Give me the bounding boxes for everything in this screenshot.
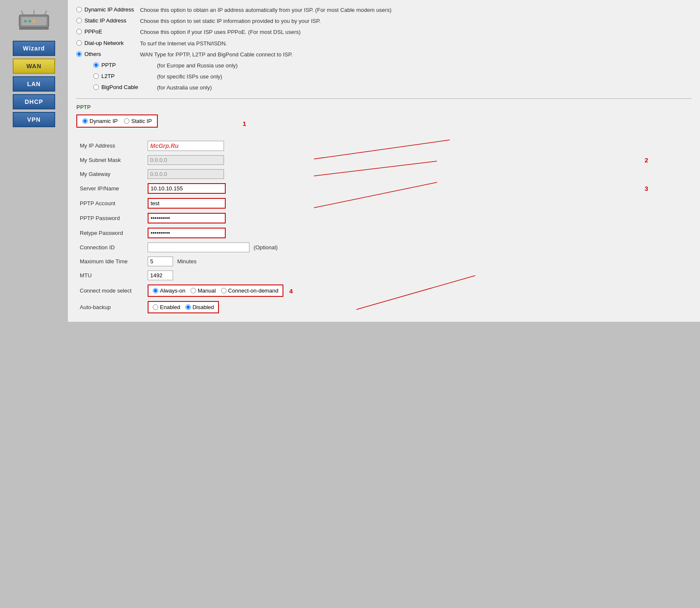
annotation-2: 2 (636, 153, 692, 167)
radio-static-ip[interactable] (76, 18, 82, 23)
label-backup-enabled: Enabled (160, 304, 180, 310)
svg-rect-8 (19, 28, 49, 30)
label-mtu: MTU (76, 268, 144, 282)
label-auto-backup: Auto-backup (76, 299, 144, 315)
label-static-ip: Static IP Address (84, 17, 126, 24)
input-my-ip[interactable] (148, 141, 224, 151)
radio-manual[interactable] (190, 288, 196, 293)
radio-others[interactable] (76, 51, 82, 57)
input-pptp-password[interactable] (148, 214, 225, 223)
static-ip-label: Static IP (131, 118, 151, 124)
label-connect-mode: Connect mode select (76, 282, 144, 299)
retype-password-box (148, 228, 226, 238)
main-content: Dynamic IP Address Choose this option to… (68, 0, 700, 608)
svg-point-2 (24, 20, 27, 22)
label-my-ip: My IP Address (76, 139, 144, 153)
input-pptp-account[interactable] (148, 199, 225, 208)
form-table: My IP Address My Subnet Mask 2 (76, 139, 692, 315)
sidebar-item-dhcp[interactable]: DHCP (13, 94, 55, 109)
label-retype-password: Retype Password (76, 226, 144, 240)
label-pptp-password: PPTP Password (76, 211, 144, 226)
radio-bigpond[interactable] (93, 84, 99, 90)
radio-pptp[interactable] (93, 62, 99, 68)
radio-dialup[interactable] (76, 40, 82, 46)
radio-pppoe[interactable] (76, 29, 82, 34)
desc-bigpond: (for Australia use only) (157, 84, 692, 92)
sidebar-item-vpn[interactable]: VPN (13, 112, 55, 127)
optional-label: (Optional) (254, 244, 278, 251)
auto-backup-disabled[interactable]: Disabled (185, 304, 214, 310)
radio-dynamic-ip[interactable] (76, 7, 82, 12)
annotation-1: 1 (243, 120, 246, 127)
option-row-pppoe: PPPoE Choose this option if your ISP use… (76, 28, 692, 36)
input-subnet[interactable] (148, 155, 224, 165)
radio-pptp-dynamic[interactable] (82, 118, 88, 124)
sidebar-item-wan[interactable]: WAN (13, 59, 55, 74)
label-server-ip: Server IP/Name (76, 181, 144, 196)
label-always-on: Always-on (160, 287, 185, 294)
label-l2tp: L2TP (101, 73, 115, 79)
option-row-l2tp: L2TP (for specific ISPs use only) (93, 73, 692, 81)
label-pptp-account: PPTP Account (76, 196, 144, 211)
connect-mode-box: Always-on Manual Connect-on-demand (148, 284, 283, 297)
row-pptp-account: PPTP Account (76, 196, 692, 211)
label-dynamic-ip: Dynamic IP Address (84, 6, 134, 13)
desc-dialup: To surf the Internet via PSTN/ISDN. (140, 40, 692, 47)
connect-manual[interactable]: Manual (190, 287, 216, 294)
row-pptp-password: PPTP Password (76, 211, 692, 226)
sidebar-item-wizard[interactable]: Wizard (13, 41, 55, 56)
desc-pppoe: Choose this option if your ISP uses PPPo… (140, 28, 692, 36)
desc-others: WAN Type for PPTP, L2TP and BigPond Cabl… (140, 51, 692, 59)
connect-always-on[interactable]: Always-on (153, 287, 185, 294)
ip-mode-box: Dynamic IP Static IP (76, 114, 158, 128)
radio-pptp-static[interactable] (124, 118, 129, 124)
svg-point-3 (28, 20, 31, 22)
connect-on-demand[interactable]: Connect-on-demand (221, 287, 279, 294)
radio-backup-disabled[interactable] (185, 304, 191, 310)
router-icon (17, 8, 51, 34)
input-retype-password[interactable] (148, 229, 225, 237)
dynamic-ip-label: Dynamic IP (90, 118, 118, 124)
row-connection-id: Connection ID (Optional) (76, 240, 692, 254)
minutes-label: Minutes (177, 258, 197, 265)
option-row-others: Others WAN Type for PPTP, L2TP and BigPo… (76, 51, 692, 59)
label-backup-disabled: Disabled (193, 304, 214, 310)
desc-pptp: (for Europe and Russia use only) (157, 62, 692, 70)
option-row-bigpond: BigPond Cable (for Australia use only) (93, 84, 692, 92)
input-gateway[interactable] (148, 169, 224, 179)
option-row-static-ip: Static IP Address Choose this option to … (76, 17, 692, 25)
option-row-pptp: PPTP (for Europe and Russia use only) (93, 62, 692, 70)
pptp-section-title: PPTP (76, 104, 692, 110)
pptp-password-box (148, 213, 226, 223)
radio-always-on[interactable] (153, 288, 158, 293)
pptp-section: PPTP Dynamic IP Static IP 1 (76, 104, 692, 315)
row-server-ip: Server IP/Name 3 (76, 181, 692, 196)
option-row-dynamic-ip: Dynamic IP Address Choose this option to… (76, 6, 692, 14)
static-ip-option[interactable]: Static IP (124, 118, 151, 124)
label-pptp: PPTP (101, 62, 116, 68)
input-max-idle[interactable] (148, 257, 173, 266)
svg-line-6 (45, 11, 47, 15)
label-max-idle: Maximum Idle Time (76, 254, 144, 268)
input-server-ip[interactable] (148, 184, 225, 193)
desc-l2tp: (for specific ISPs use only) (157, 73, 692, 81)
annotation-4: 4 (289, 287, 293, 295)
input-mtu[interactable] (148, 271, 173, 280)
sidebar-item-lan[interactable]: LAN (13, 76, 55, 92)
input-connection-id[interactable] (148, 243, 249, 252)
radio-backup-enabled[interactable] (153, 304, 158, 310)
section-divider (76, 98, 692, 99)
radio-l2tp[interactable] (93, 73, 99, 79)
desc-static-ip: Choose this option to set static IP info… (140, 17, 692, 25)
label-pppoe: PPPoE (84, 28, 102, 35)
wan-type-section: Dynamic IP Address Choose this option to… (76, 6, 692, 92)
row-gateway: My Gateway (76, 167, 692, 181)
pptp-account-box (148, 198, 226, 209)
radio-connect-on-demand[interactable] (221, 288, 227, 293)
row-connect-mode: Connect mode select Always-on Manual (76, 282, 692, 299)
svg-line-5 (21, 11, 23, 15)
sidebar: Wizard WAN LAN DHCP VPN (0, 0, 68, 608)
row-mtu: MTU (76, 268, 692, 282)
dynamic-ip-option[interactable]: Dynamic IP (82, 118, 118, 124)
auto-backup-enabled[interactable]: Enabled (153, 304, 180, 310)
